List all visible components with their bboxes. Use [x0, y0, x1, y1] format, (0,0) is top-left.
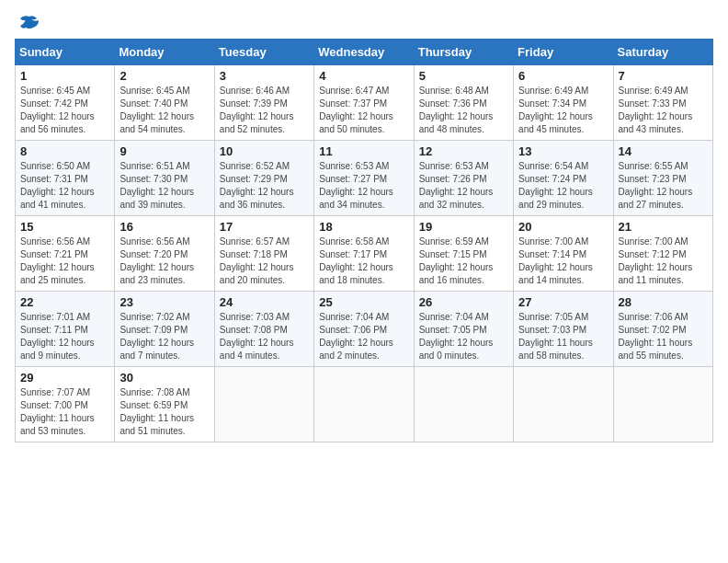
day-info: Sunrise: 7:05 AM Sunset: 7:03 PM Dayligh…	[518, 311, 608, 362]
day-number: 12	[419, 144, 508, 158]
day-number: 17	[220, 220, 309, 234]
day-number: 29	[20, 371, 109, 385]
day-info: Sunrise: 6:59 AM Sunset: 7:15 PM Dayligh…	[419, 236, 508, 287]
calendar-table: SundayMondayTuesdayWednesdayThursdayFrid…	[15, 39, 713, 442]
day-number: 3	[220, 69, 309, 83]
logo	[15, 15, 40, 31]
day-info: Sunrise: 7:00 AM Sunset: 7:12 PM Dayligh…	[619, 236, 708, 287]
day-number: 20	[518, 220, 608, 234]
day-info: Sunrise: 6:47 AM Sunset: 7:37 PM Dayligh…	[319, 85, 408, 136]
page-header	[15, 15, 713, 31]
day-info: Sunrise: 6:50 AM Sunset: 7:31 PM Dayligh…	[20, 160, 109, 212]
calendar-cell: 24 Sunrise: 7:03 AM Sunset: 7:08 PM Dayl…	[214, 292, 313, 367]
day-info: Sunrise: 6:49 AM Sunset: 7:33 PM Dayligh…	[619, 85, 708, 136]
header-monday: Monday	[115, 40, 214, 65]
day-info: Sunrise: 6:55 AM Sunset: 7:23 PM Dayligh…	[619, 160, 708, 212]
calendar-week-row: 22 Sunrise: 7:01 AM Sunset: 7:11 PM Dayl…	[16, 292, 713, 367]
day-info: Sunrise: 6:49 AM Sunset: 7:34 PM Dayligh…	[518, 85, 608, 136]
day-info: Sunrise: 6:56 AM Sunset: 7:21 PM Dayligh…	[20, 236, 109, 287]
calendar-cell: 19 Sunrise: 6:59 AM Sunset: 7:15 PM Dayl…	[414, 216, 513, 292]
calendar-cell: 7 Sunrise: 6:49 AM Sunset: 7:33 PM Dayli…	[613, 65, 712, 141]
logo-bird-icon	[18, 15, 40, 31]
calendar-cell: 6 Sunrise: 6:49 AM Sunset: 7:34 PM Dayli…	[514, 65, 613, 141]
calendar-cell: 8 Sunrise: 6:50 AM Sunset: 7:31 PM Dayli…	[16, 141, 115, 216]
day-info: Sunrise: 6:54 AM Sunset: 7:24 PM Dayligh…	[518, 160, 608, 212]
day-number: 24	[220, 295, 309, 309]
day-number: 11	[319, 144, 408, 158]
day-info: Sunrise: 7:02 AM Sunset: 7:09 PM Dayligh…	[119, 311, 209, 362]
calendar-cell	[414, 367, 513, 442]
day-info: Sunrise: 6:57 AM Sunset: 7:18 PM Dayligh…	[220, 236, 309, 287]
calendar-cell: 9 Sunrise: 6:51 AM Sunset: 7:30 PM Dayli…	[115, 141, 214, 216]
day-number: 19	[419, 220, 508, 234]
day-info: Sunrise: 6:45 AM Sunset: 7:42 PM Dayligh…	[20, 85, 109, 136]
day-number: 6	[518, 69, 608, 83]
day-number: 27	[518, 295, 608, 309]
day-number: 28	[619, 295, 708, 309]
day-info: Sunrise: 6:58 AM Sunset: 7:17 PM Dayligh…	[319, 236, 408, 287]
calendar-week-row: 29 Sunrise: 7:07 AM Sunset: 7:00 PM Dayl…	[16, 367, 713, 442]
day-number: 21	[619, 220, 708, 234]
day-info: Sunrise: 7:08 AM Sunset: 6:59 PM Dayligh…	[119, 386, 209, 438]
day-info: Sunrise: 6:45 AM Sunset: 7:40 PM Dayligh…	[119, 85, 209, 136]
day-number: 26	[419, 295, 508, 309]
day-info: Sunrise: 7:06 AM Sunset: 7:02 PM Dayligh…	[619, 311, 708, 362]
day-info: Sunrise: 7:03 AM Sunset: 7:08 PM Dayligh…	[220, 311, 309, 362]
calendar-cell: 15 Sunrise: 6:56 AM Sunset: 7:21 PM Dayl…	[16, 216, 115, 292]
calendar-header-row: SundayMondayTuesdayWednesdayThursdayFrid…	[16, 40, 713, 65]
calendar-cell: 29 Sunrise: 7:07 AM Sunset: 7:00 PM Dayl…	[16, 367, 115, 442]
day-number: 14	[619, 144, 708, 158]
calendar-cell: 23 Sunrise: 7:02 AM Sunset: 7:09 PM Dayl…	[115, 292, 214, 367]
day-number: 9	[119, 144, 209, 158]
calendar-cell	[314, 367, 414, 442]
calendar-week-row: 1 Sunrise: 6:45 AM Sunset: 7:42 PM Dayli…	[16, 65, 713, 141]
calendar-cell: 3 Sunrise: 6:46 AM Sunset: 7:39 PM Dayli…	[214, 65, 313, 141]
calendar-cell: 12 Sunrise: 6:53 AM Sunset: 7:26 PM Dayl…	[414, 141, 513, 216]
calendar-cell: 27 Sunrise: 7:05 AM Sunset: 7:03 PM Dayl…	[514, 292, 613, 367]
calendar-cell	[214, 367, 313, 442]
calendar-cell	[514, 367, 613, 442]
calendar-cell: 13 Sunrise: 6:54 AM Sunset: 7:24 PM Dayl…	[514, 141, 613, 216]
calendar-cell: 26 Sunrise: 7:04 AM Sunset: 7:05 PM Dayl…	[414, 292, 513, 367]
calendar-cell: 22 Sunrise: 7:01 AM Sunset: 7:11 PM Dayl…	[16, 292, 115, 367]
day-info: Sunrise: 6:53 AM Sunset: 7:27 PM Dayligh…	[319, 160, 408, 212]
day-info: Sunrise: 6:46 AM Sunset: 7:39 PM Dayligh…	[220, 85, 309, 136]
day-number: 16	[119, 220, 209, 234]
calendar-cell: 14 Sunrise: 6:55 AM Sunset: 7:23 PM Dayl…	[613, 141, 712, 216]
day-info: Sunrise: 6:48 AM Sunset: 7:36 PM Dayligh…	[419, 85, 508, 136]
calendar-cell: 4 Sunrise: 6:47 AM Sunset: 7:37 PM Dayli…	[314, 65, 414, 141]
calendar-cell	[613, 367, 712, 442]
calendar-week-row: 8 Sunrise: 6:50 AM Sunset: 7:31 PM Dayli…	[16, 141, 713, 216]
day-info: Sunrise: 7:04 AM Sunset: 7:05 PM Dayligh…	[419, 311, 508, 362]
calendar-cell: 28 Sunrise: 7:06 AM Sunset: 7:02 PM Dayl…	[613, 292, 712, 367]
day-number: 13	[518, 144, 608, 158]
day-number: 23	[119, 295, 209, 309]
calendar-cell: 21 Sunrise: 7:00 AM Sunset: 7:12 PM Dayl…	[613, 216, 712, 292]
day-number: 2	[119, 69, 209, 83]
calendar-cell: 20 Sunrise: 7:00 AM Sunset: 7:14 PM Dayl…	[514, 216, 613, 292]
header-friday: Friday	[514, 40, 613, 65]
calendar-cell: 18 Sunrise: 6:58 AM Sunset: 7:17 PM Dayl…	[314, 216, 414, 292]
calendar-cell: 5 Sunrise: 6:48 AM Sunset: 7:36 PM Dayli…	[414, 65, 513, 141]
day-number: 1	[20, 69, 109, 83]
header-sunday: Sunday	[16, 40, 115, 65]
day-number: 8	[20, 144, 109, 158]
calendar-cell: 11 Sunrise: 6:53 AM Sunset: 7:27 PM Dayl…	[314, 141, 414, 216]
day-number: 30	[119, 371, 209, 385]
calendar-cell: 2 Sunrise: 6:45 AM Sunset: 7:40 PM Dayli…	[115, 65, 214, 141]
day-info: Sunrise: 7:01 AM Sunset: 7:11 PM Dayligh…	[20, 311, 109, 362]
header-wednesday: Wednesday	[314, 40, 414, 65]
day-info: Sunrise: 6:52 AM Sunset: 7:29 PM Dayligh…	[220, 160, 309, 212]
day-number: 22	[20, 295, 109, 309]
day-info: Sunrise: 7:00 AM Sunset: 7:14 PM Dayligh…	[518, 236, 608, 287]
day-number: 18	[319, 220, 408, 234]
calendar-cell: 1 Sunrise: 6:45 AM Sunset: 7:42 PM Dayli…	[16, 65, 115, 141]
calendar-week-row: 15 Sunrise: 6:56 AM Sunset: 7:21 PM Dayl…	[16, 216, 713, 292]
day-number: 7	[619, 69, 708, 83]
day-number: 15	[20, 220, 109, 234]
calendar-cell: 17 Sunrise: 6:57 AM Sunset: 7:18 PM Dayl…	[214, 216, 313, 292]
day-number: 4	[319, 69, 408, 83]
day-info: Sunrise: 6:51 AM Sunset: 7:30 PM Dayligh…	[119, 160, 209, 212]
day-number: 25	[319, 295, 408, 309]
day-info: Sunrise: 6:56 AM Sunset: 7:20 PM Dayligh…	[119, 236, 209, 287]
